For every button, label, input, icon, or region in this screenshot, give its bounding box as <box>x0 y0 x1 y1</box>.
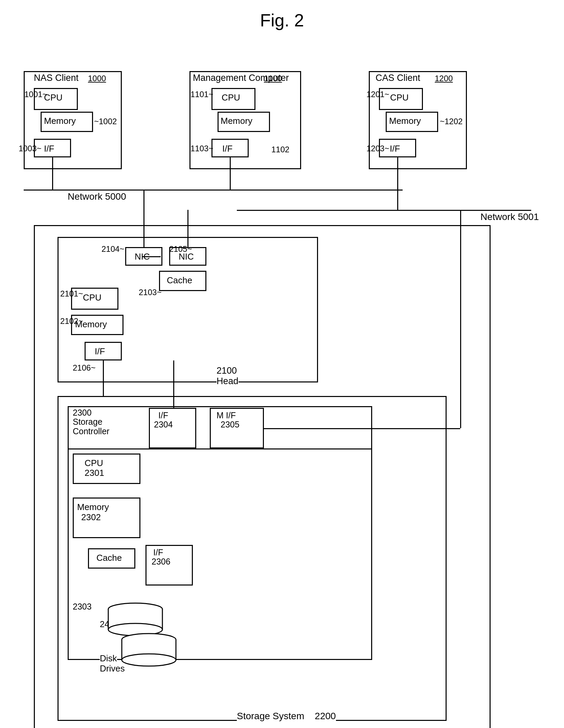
cas-mem-label: Memory <box>389 116 421 126</box>
disk-ref2303: 2303 <box>73 602 92 612</box>
storage-ctrl-sep <box>68 448 372 449</box>
nic1-net5000-h <box>52 190 145 191</box>
mif-to-net5001-v <box>460 210 461 428</box>
head-label: 2100 Head <box>217 366 239 387</box>
head-cache-ref: 2103~ <box>139 288 161 297</box>
mif-to-net5001-h <box>264 428 460 429</box>
head-cpu-label: CPU <box>83 292 101 303</box>
storage-system-label: Storage System 2200 <box>237 711 336 722</box>
nas-if-ref: 1003~ <box>19 144 41 153</box>
mgmt-mem-label: Memory <box>221 116 252 126</box>
storage-if3-label: I/F <box>153 548 163 557</box>
nic2-to-net-line <box>187 210 188 247</box>
storage-cpu-ref: 2301 <box>85 468 104 478</box>
head-if-ref: 2106~ <box>73 363 95 373</box>
nas-cpu-ref: 1001~ <box>24 90 47 99</box>
storage-if2-label: M I/F <box>217 411 236 420</box>
storage-mem-label: Memory <box>77 502 109 512</box>
storage-cpu-box <box>73 454 140 484</box>
cas-cpu-ref: 1201~ <box>366 90 389 99</box>
storage-ctrl-label2: Controller <box>73 426 109 436</box>
head-cache-label: Cache <box>167 275 192 286</box>
nas-client-label: NAS Client <box>34 73 78 83</box>
mgmt-cpu-label: CPU <box>222 92 240 103</box>
head-storage-hline <box>103 396 174 397</box>
nic1-to-net-line <box>143 190 144 247</box>
disk-cylinder1 <box>105 602 166 636</box>
mgmt-cpu-ref: 1101~ <box>190 90 213 99</box>
disk-cylinder2 <box>118 633 179 667</box>
nic1-ref: 2104~ <box>101 244 124 254</box>
storage-cache-label: Cache <box>96 553 122 563</box>
head-text: Head <box>217 376 239 386</box>
disk-label: Disk <box>100 653 117 664</box>
storage-mem-ref: 2302 <box>81 512 101 523</box>
storage-if2-ref: 2305 <box>221 420 240 429</box>
mgmt-if-ref2: 1102 <box>271 145 289 154</box>
storage-if3-ref: 2306 <box>152 557 171 567</box>
cas-cpu-label: CPU <box>390 92 409 103</box>
mgmt-to-net-line <box>230 157 231 190</box>
nic-cache-hline <box>142 256 161 257</box>
head-ref: 2100 <box>217 366 237 376</box>
head-if-label: I/F <box>95 346 105 357</box>
mgmt-if-ref: 1103~ <box>190 144 213 153</box>
cas-ref: 1200 <box>435 74 453 83</box>
storage-if1-label: I/F <box>158 411 168 420</box>
mgmt-if-label: I/F <box>222 144 232 154</box>
cas-net5001-h <box>397 210 406 211</box>
svg-point-9 <box>122 654 176 666</box>
mgmt-ref: 1100 <box>264 74 282 83</box>
network5000-label: Network 5000 <box>68 191 126 202</box>
storage-sys-ref-text: 2200 <box>315 711 336 721</box>
cas-to-net-line <box>397 157 398 210</box>
figure-title: Fig. 2 <box>0 0 564 37</box>
storage-sys-label-text: Storage System <box>237 711 304 721</box>
cas-if-ref: 1203~ <box>366 144 389 153</box>
network5001-line <box>237 210 531 211</box>
nas-client-ref: 1000 <box>88 74 106 83</box>
head-storage-vline <box>173 360 174 408</box>
diagram-area: NAS Client 1000 CPU 1001~ Memory ~1002 I… <box>0 37 564 728</box>
cas-mem-ref: ~1202 <box>440 117 463 126</box>
nas-mem-label: Memory <box>44 116 76 126</box>
storage-cpu-label: CPU <box>85 458 103 468</box>
storage-ctrl-ref: 2300 <box>73 408 92 418</box>
nas-if-label: I/F <box>44 144 54 154</box>
head-mem-ref: 2102~ <box>60 316 83 326</box>
head-if-to-storage-line <box>103 360 104 401</box>
head-cpu-ref: 2101~ <box>60 289 83 299</box>
storage-ctrl-label: Storage <box>73 417 103 427</box>
network5001-label: Network 5001 <box>480 212 539 222</box>
cas-if-label: I/F <box>390 144 400 154</box>
storage-if1-ref: 2304 <box>154 420 173 429</box>
nas-to-net-line <box>52 157 53 190</box>
cas-label: CAS Client <box>376 73 420 83</box>
nic2-ref: 2105~ <box>169 244 192 254</box>
nas-mem-ref: ~1002 <box>94 117 117 126</box>
